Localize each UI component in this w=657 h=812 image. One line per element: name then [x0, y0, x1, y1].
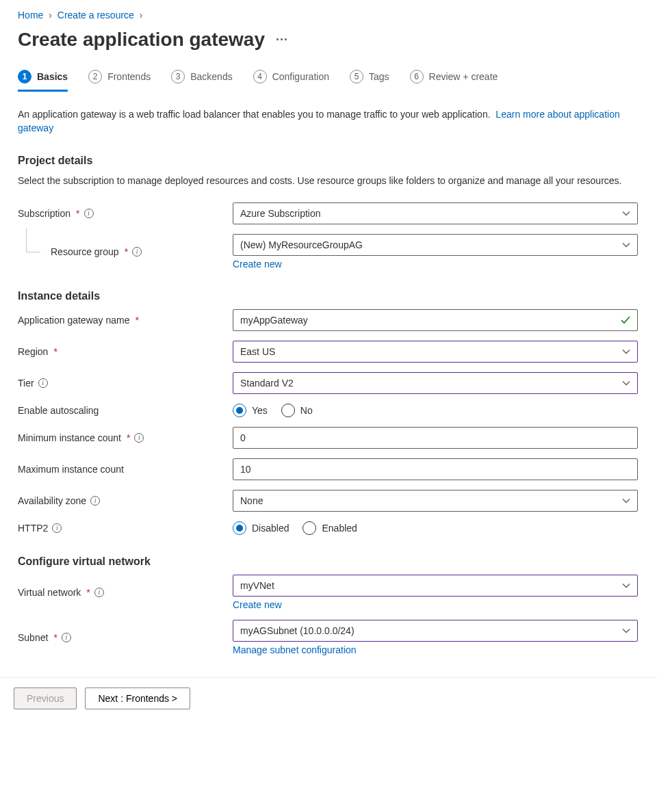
tab-label: Tags [369, 71, 389, 82]
info-icon[interactable]: i [94, 588, 104, 597]
resource-group-dropdown[interactable]: (New) MyResourceGroupAG [233, 234, 638, 256]
tier-label: Tier [18, 378, 34, 389]
chevron-down-icon [622, 348, 630, 356]
info-icon[interactable]: i [62, 633, 71, 642]
app-gw-name-input[interactable]: myAppGateway [233, 309, 638, 331]
tab-tags[interactable]: 5 Tags [350, 66, 389, 92]
autoscale-yes-radio[interactable]: Yes [233, 404, 268, 417]
resource-group-label: Resource group [51, 246, 119, 257]
autoscale-radio-group: Yes No [233, 404, 638, 417]
tab-frontends[interactable]: 2 Frontends [88, 66, 151, 92]
chevron-right-icon: › [49, 10, 52, 21]
http2-label: HTTP2 [18, 523, 48, 534]
breadcrumb-home[interactable]: Home [18, 10, 43, 21]
input-value: myAppGateway [240, 315, 308, 326]
vnet-dropdown[interactable]: myVNet [233, 575, 638, 597]
chevron-down-icon [622, 627, 630, 635]
chevron-down-icon [622, 379, 630, 387]
radio-label: No [300, 405, 313, 416]
dropdown-value: Standard V2 [240, 378, 294, 389]
step-badge-3: 3 [171, 70, 185, 83]
tab-label: Review + create [429, 71, 498, 82]
checkmark-icon [621, 315, 630, 325]
region-dropdown[interactable]: East US [233, 341, 638, 363]
http2-radio-group: Disabled Enabled [233, 521, 638, 535]
wizard-tabs: 1 Basics 2 Frontends 3 Backends 4 Config… [18, 66, 643, 92]
subscription-dropdown[interactable]: Azure Subscription [233, 202, 638, 224]
region-label: Region [18, 346, 48, 357]
wizard-footer: Previous Next : Frontends > [0, 677, 657, 719]
input-value: 0 [240, 432, 246, 443]
max-instance-label: Maximum instance count [18, 464, 124, 475]
app-gw-name-label: Application gateway name [18, 315, 129, 326]
availability-zone-dropdown[interactable]: None [233, 490, 638, 512]
breadcrumb: Home › Create a resource › [18, 10, 643, 21]
previous-button: Previous [14, 687, 77, 709]
radio-label: Yes [252, 405, 268, 416]
info-icon[interactable]: i [52, 523, 62, 533]
http2-enabled-radio[interactable]: Enabled [302, 521, 357, 535]
radio-label: Enabled [322, 523, 357, 534]
subnet-label: Subnet [18, 632, 48, 643]
page-title: Create application gateway [18, 29, 265, 51]
dropdown-value: East US [240, 346, 275, 357]
vnet-label: Virtual network [18, 587, 81, 598]
tier-dropdown[interactable]: Standard V2 [233, 372, 638, 394]
instance-details-heading: Instance details [18, 290, 643, 302]
step-badge-4: 4 [253, 70, 267, 83]
intro-body: An application gateway is a web traffic … [18, 109, 491, 120]
info-icon[interactable]: i [84, 209, 94, 218]
project-details-heading: Project details [18, 155, 643, 167]
manage-subnet-link[interactable]: Manage subnet configuration [233, 644, 638, 655]
info-icon[interactable]: i [38, 378, 48, 388]
subnet-dropdown[interactable]: myAGSubnet (10.0.0.0/24) [233, 620, 638, 642]
info-icon[interactable]: i [90, 496, 100, 506]
dropdown-value: myVNet [240, 580, 274, 591]
required-indicator: * [127, 432, 130, 443]
required-indicator: * [135, 315, 138, 326]
autoscale-label: Enable autoscaling [18, 405, 99, 416]
dropdown-value: None [240, 495, 263, 506]
input-value: 10 [240, 464, 251, 475]
tab-configuration[interactable]: 4 Configuration [253, 66, 329, 92]
required-indicator: * [125, 246, 128, 257]
max-instance-input[interactable]: 10 [233, 458, 638, 480]
subscription-label: Subscription [18, 208, 70, 219]
tab-basics[interactable]: 1 Basics [18, 66, 68, 92]
required-indicator: * [86, 587, 90, 598]
tab-label: Backends [190, 71, 232, 82]
vnet-heading: Configure virtual network [18, 555, 643, 568]
min-instance-input[interactable]: 0 [233, 427, 638, 449]
step-badge-6: 6 [410, 70, 424, 83]
step-badge-1: 1 [18, 70, 31, 83]
required-indicator: * [53, 346, 57, 357]
dropdown-value: (New) MyResourceGroupAG [240, 239, 363, 250]
next-button[interactable]: Next : Frontends > [85, 687, 190, 709]
min-instance-label: Minimum instance count [18, 432, 121, 443]
tab-backends[interactable]: 3 Backends [171, 66, 232, 92]
radio-label: Disabled [252, 523, 289, 534]
tab-label: Configuration [272, 71, 329, 82]
create-new-rg-link[interactable]: Create new [233, 259, 638, 270]
info-icon[interactable]: i [132, 247, 142, 257]
breadcrumb-create-resource[interactable]: Create a resource [57, 10, 134, 21]
dropdown-value: myAGSubnet (10.0.0.0/24) [240, 625, 355, 636]
step-badge-2: 2 [88, 70, 102, 83]
autoscale-no-radio[interactable]: No [281, 404, 313, 417]
more-icon[interactable]: ··· [276, 33, 288, 47]
step-badge-5: 5 [350, 70, 363, 83]
required-indicator: * [76, 208, 79, 219]
required-indicator: * [53, 632, 57, 643]
chevron-down-icon [622, 581, 630, 590]
availability-zone-label: Availability zone [18, 495, 86, 506]
intro-text: An application gateway is a web traffic … [18, 107, 641, 135]
tab-review-create[interactable]: 6 Review + create [410, 66, 498, 92]
chevron-down-icon [622, 209, 630, 218]
project-details-sub: Select the subscription to manage deploy… [18, 174, 643, 187]
http2-disabled-radio[interactable]: Disabled [233, 521, 289, 535]
create-new-vnet-link[interactable]: Create new [233, 599, 638, 610]
chevron-down-icon [622, 241, 630, 249]
info-icon[interactable]: i [134, 433, 144, 443]
tab-label: Basics [37, 71, 68, 82]
dropdown-value: Azure Subscription [240, 208, 321, 219]
